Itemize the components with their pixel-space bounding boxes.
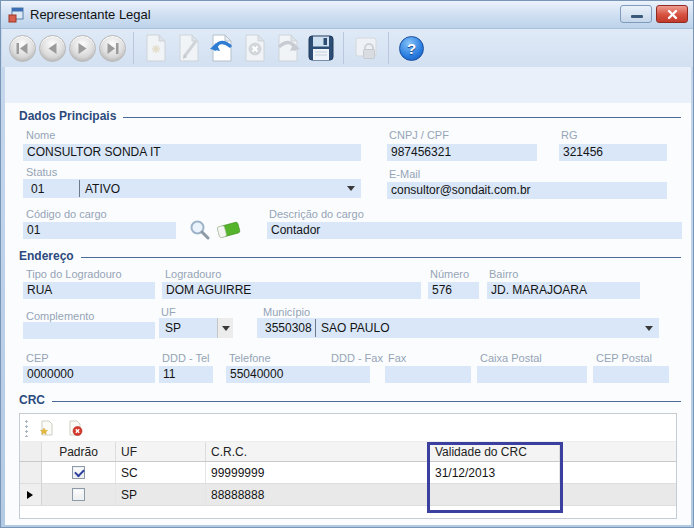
email-label: E-Mail <box>389 168 420 180</box>
last-record-icon <box>106 43 119 54</box>
lock-icon <box>352 33 380 63</box>
tipo-logradouro-field[interactable]: RUA <box>23 282 155 299</box>
edit-record-icon <box>175 32 203 64</box>
numero-field[interactable]: 576 <box>428 282 479 299</box>
help-button[interactable]: ? <box>399 36 424 61</box>
delete-crc-button[interactable] <box>64 418 86 438</box>
cnpj-cpf-label: CNPJ / CPF <box>389 129 449 141</box>
group-crc: CRC <box>19 393 681 407</box>
chevron-down-icon[interactable] <box>347 186 355 191</box>
last-record-button[interactable] <box>99 35 126 62</box>
delete-crc-icon <box>67 420 83 436</box>
toolbar-separator <box>343 32 344 64</box>
group-line <box>123 117 681 118</box>
toolbar-grip[interactable] <box>24 419 29 437</box>
group-line <box>81 257 681 258</box>
first-record-button[interactable] <box>9 35 36 62</box>
cancel-button[interactable] <box>240 31 270 65</box>
row-selector[interactable] <box>20 484 42 505</box>
toolbar-separator <box>133 32 134 64</box>
status-label: Status <box>26 166 57 178</box>
ddd-tel-label: DDD - Tel <box>162 352 209 364</box>
search-icon[interactable] <box>189 219 211 241</box>
filler-cell <box>560 462 676 483</box>
uf-combobox[interactable]: SP <box>159 318 233 338</box>
crc-grid-header: Padrão UF C.R.C. Validade do CRC <box>20 442 676 462</box>
padrao-cell[interactable] <box>42 462 116 483</box>
crc-toolbar <box>20 414 676 442</box>
toolbar-separator <box>388 32 389 64</box>
validade-cell[interactable] <box>430 484 560 505</box>
edit-record-button[interactable] <box>174 31 204 65</box>
crc-grid: Padrão UF C.R.C. Validade do CRC SC 9999… <box>19 413 677 519</box>
eraser-icon[interactable] <box>215 218 245 240</box>
rg-field[interactable]: 321456 <box>559 144 667 161</box>
logradouro-field[interactable]: DOM AGUIRRE <box>162 282 421 299</box>
save-icon <box>306 33 336 63</box>
previous-record-button[interactable] <box>39 35 66 62</box>
municipio-value: SAO PAULO <box>316 321 645 335</box>
titlebar[interactable]: Representante Legal <box>1 1 693 29</box>
header-uf[interactable]: UF <box>116 442 206 461</box>
complemento-field[interactable] <box>23 322 155 339</box>
minimize-button[interactable] <box>620 5 652 23</box>
group-line <box>52 401 681 402</box>
new-record-icon <box>142 32 170 64</box>
header-validade[interactable]: Validade do CRC <box>430 442 560 461</box>
close-icon <box>667 9 678 20</box>
uf-cell[interactable]: SC <box>116 462 206 483</box>
cep-field[interactable]: 0000000 <box>23 366 155 383</box>
previous-record-icon <box>46 43 59 54</box>
ddd-fax-field[interactable] <box>328 366 370 383</box>
crc-cell[interactable]: 99999999 <box>206 462 430 483</box>
caixa-postal-field[interactable] <box>477 366 587 383</box>
uf-cell[interactable]: SP <box>116 484 206 505</box>
header-crc[interactable]: C.R.C. <box>206 442 430 461</box>
padrao-checkbox[interactable] <box>72 466 85 479</box>
add-crc-button[interactable] <box>36 418 58 438</box>
telefone-field[interactable]: 55040000 <box>226 366 332 383</box>
descricao-cargo-field[interactable]: Contador <box>267 222 682 239</box>
window: Representante Legal <box>0 0 694 528</box>
header-row-selector[interactable] <box>20 442 42 461</box>
nome-field[interactable]: CONSULTOR SONDA IT <box>23 144 361 161</box>
next-record-button[interactable] <box>69 35 96 62</box>
redo-button[interactable] <box>273 31 303 65</box>
undo-button[interactable] <box>207 31 237 65</box>
email-field[interactable]: consultor@sondait.com.br <box>387 182 667 199</box>
bairro-field[interactable]: JD. MARAJOARA <box>487 282 640 299</box>
cep-postal-field[interactable] <box>593 366 669 383</box>
cnpj-cpf-field[interactable]: 987456321 <box>387 144 537 161</box>
window-title: Representante Legal <box>30 7 151 22</box>
close-button[interactable] <box>656 5 688 23</box>
chevron-down-icon[interactable] <box>217 318 233 338</box>
validade-cell[interactable]: 31/12/2013 <box>430 462 560 483</box>
group-title: CRC <box>19 393 45 407</box>
row-selector[interactable] <box>20 462 42 483</box>
crc-cell[interactable]: 88888888 <box>206 484 430 505</box>
status-value: ATIVO <box>80 182 347 196</box>
chevron-down-icon[interactable] <box>645 326 653 331</box>
save-button[interactable] <box>306 31 336 65</box>
app-icon[interactable] <box>8 7 24 23</box>
descricao-cargo-label: Descrição do cargo <box>269 208 364 220</box>
status-combobox[interactable]: 01 ATIVO <box>23 179 361 198</box>
padrao-cell[interactable] <box>42 484 116 505</box>
ddd-tel-field[interactable]: 11 <box>159 366 213 383</box>
add-crc-icon <box>39 420 55 436</box>
cancel-icon <box>241 32 269 64</box>
logradouro-label: Logradouro <box>165 268 221 280</box>
tipo-logradouro-label: Tipo do Logradouro <box>26 268 122 280</box>
crc-row-1[interactable]: SC 99999999 31/12/2013 <box>20 462 676 484</box>
new-record-button[interactable] <box>141 31 171 65</box>
municipio-combobox[interactable]: 3550308 SAO PAULO <box>257 318 659 338</box>
fax-field[interactable] <box>385 366 471 383</box>
main-toolbar: ? <box>2 29 694 67</box>
lock-button[interactable] <box>351 31 381 65</box>
fax-label: Fax <box>388 352 406 364</box>
current-row-arrow-icon <box>27 491 33 499</box>
codigo-cargo-field[interactable]: 01 <box>23 222 176 239</box>
padrao-checkbox[interactable] <box>72 488 85 501</box>
header-padrao[interactable]: Padrão <box>42 442 116 461</box>
crc-row-2[interactable]: SP 88888888 <box>20 484 676 506</box>
